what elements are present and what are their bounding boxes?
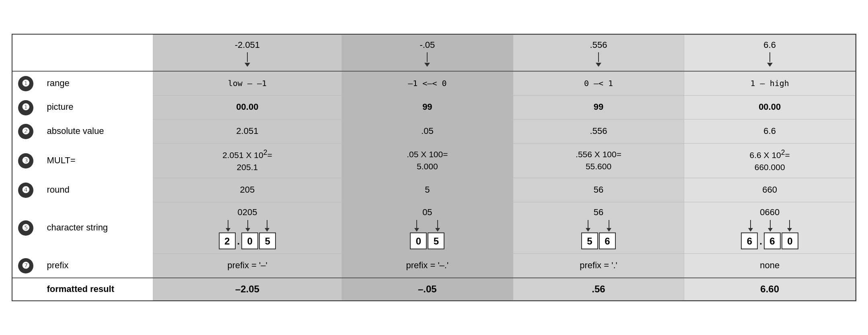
- c4-range: 1 – high: [684, 71, 856, 95]
- label-charstr: character string: [39, 202, 153, 254]
- c4-prefix: none: [684, 254, 856, 278]
- c2-picture: 99: [342, 95, 513, 119]
- step7-circle: ❼: [12, 254, 39, 278]
- step-result-empty: [12, 278, 39, 300]
- c2-range: –1 <–< 0: [342, 71, 513, 95]
- step1b-circle: ❶: [12, 95, 39, 119]
- c2-result: –.05: [342, 278, 513, 300]
- label-absval: absolute value: [39, 119, 153, 143]
- c2-charstr-template: 05 0: [342, 202, 513, 254]
- row-mult: ❸ MULT= 2.051 X 102=205.1 .05 X 100=5.00…: [12, 143, 856, 178]
- col2-input-value: -.05: [348, 39, 506, 67]
- step3-circle: ❸: [12, 143, 39, 178]
- c1-mult: 2.051 X 102=205.1: [153, 143, 341, 178]
- col3-input-value: .556: [520, 39, 678, 67]
- c2-absval: .05: [342, 119, 513, 143]
- label-prefix: prefix: [39, 254, 153, 278]
- step5-circle: ❺: [12, 202, 39, 254]
- c1-absval: 2.051: [153, 119, 341, 143]
- label-mult: MULT=: [39, 143, 153, 178]
- main-table-wrapper: -2.051 -.05 .556: [12, 34, 856, 301]
- c1-picture: 00.00: [153, 95, 341, 119]
- label-result: formatted result: [39, 278, 153, 300]
- row-result: formatted result –2.05 –.05 .56 6.60: [12, 278, 856, 300]
- c1-prefix: prefix = '–': [153, 254, 341, 278]
- row-round: ❹ round 205 5 56 660: [12, 178, 856, 202]
- c1-range: low – –1: [153, 71, 341, 95]
- c2-tbox2: 5: [428, 232, 444, 249]
- c2-tbox1: 0: [410, 232, 427, 249]
- label-picture: picture: [39, 95, 153, 119]
- c4-charstr-template: 0660: [684, 202, 856, 254]
- c4-round: 660: [684, 178, 856, 202]
- step2-circle: ❷: [12, 119, 39, 143]
- c3-range: 0 –< 1: [513, 71, 684, 95]
- row-absval: ❷ absolute value 2.051 .05 .556 6.6: [12, 119, 856, 143]
- c1-charstr-template: 0205: [153, 202, 341, 254]
- c3-tbox1: 5: [581, 232, 598, 249]
- c4-result: 6.60: [684, 278, 856, 300]
- c2-prefix: prefix = '–.': [342, 254, 513, 278]
- label-round: round: [39, 178, 153, 202]
- col2-header: -.05: [342, 35, 513, 71]
- row-picture: ❶ picture 00.00 99 99 00.00: [12, 95, 856, 119]
- c3-mult: .556 X 100=55.600: [513, 143, 684, 178]
- c3-tbox2: 6: [599, 232, 616, 249]
- c4-tbox2: 6: [764, 232, 781, 249]
- c1-tbox1: 2: [219, 232, 236, 249]
- row-charstr: ❺ character string 0205: [12, 202, 856, 254]
- c3-picture: 99: [513, 95, 684, 119]
- col1-header: -2.051: [153, 35, 341, 71]
- row-prefix: ❼ prefix prefix = '–' prefix = '–.' pref…: [12, 254, 856, 278]
- c4-tbox3: 0: [782, 232, 798, 249]
- label-empty-header: [39, 35, 153, 71]
- row-range: ❶ range low – –1 –1 <–< 0 0 –< 1 1 – hig…: [12, 71, 856, 95]
- c2-round: 5: [342, 178, 513, 202]
- c3-round: 56: [513, 178, 684, 202]
- step4-circle: ❹: [12, 178, 39, 202]
- c3-prefix: prefix = '.': [513, 254, 684, 278]
- c3-charstr-template: 56 5: [513, 202, 684, 254]
- label-range: range: [39, 71, 153, 95]
- header-row: -2.051 -.05 .556: [12, 35, 856, 71]
- c2-mult: .05 X 100=5.000: [342, 143, 513, 178]
- c1-result: –2.05: [153, 278, 341, 300]
- c4-mult: 6.6 X 102=660.000: [684, 143, 856, 178]
- step-empty-header: [12, 35, 39, 71]
- c4-picture: 00.00: [684, 95, 856, 119]
- c1-tbox3: 5: [259, 232, 276, 249]
- c3-result: .56: [513, 278, 684, 300]
- c3-absval: .556: [513, 119, 684, 143]
- c1-round: 205: [153, 178, 341, 202]
- step1-circle: ❶: [12, 71, 39, 95]
- col1-input-value: -2.051: [160, 39, 335, 67]
- c1-tbox2: 0: [241, 232, 258, 249]
- col4-input-value: 6.6: [691, 39, 849, 67]
- c4-absval: 6.6: [684, 119, 856, 143]
- col4-header: 6.6: [684, 35, 856, 71]
- c4-tbox1: 6: [741, 232, 758, 249]
- col3-header: .556: [513, 35, 684, 71]
